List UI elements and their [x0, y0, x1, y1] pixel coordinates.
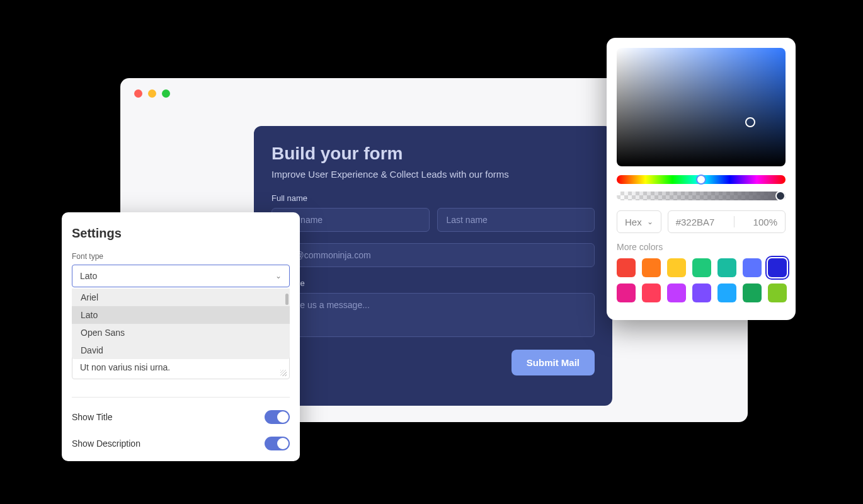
hex-input[interactable]: #322BA7 100%: [668, 210, 786, 233]
show-description-label: Show Description: [72, 438, 140, 449]
show-title-label: Show Title: [72, 412, 113, 422]
alpha-handle[interactable]: [775, 191, 786, 201]
color-picker-panel: Hex ⌄ #322BA7 100% More colors: [607, 38, 796, 320]
font-dropdown: Ariel Lato Open Sans David: [72, 289, 290, 359]
form-title: Build your form: [271, 144, 595, 164]
form-builder-preview: Build your form Improve User Experience …: [254, 126, 612, 406]
divider: [734, 216, 734, 227]
color-swatch[interactable]: [617, 258, 636, 277]
fullname-label: Full name: [271, 193, 595, 203]
color-swatch[interactable]: [768, 258, 787, 277]
color-swatch[interactable]: [642, 284, 661, 302]
color-swatch[interactable]: [717, 258, 736, 277]
alpha-slider[interactable]: [617, 192, 786, 200]
color-format-select[interactable]: Hex ⌄: [617, 210, 661, 233]
color-swatch[interactable]: [743, 284, 762, 302]
font-option-opensans[interactable]: Open Sans: [72, 324, 290, 341]
minimize-window-button[interactable]: [148, 89, 156, 98]
color-swatch[interactable]: [692, 284, 711, 302]
opacity-value: 100%: [753, 217, 777, 227]
color-swatch[interactable]: [667, 258, 686, 277]
message-textarea[interactable]: [271, 293, 595, 337]
more-colors-label: More colors: [617, 242, 786, 252]
color-swatch[interactable]: [642, 258, 661, 277]
divider: [72, 397, 290, 398]
color-swatch[interactable]: [667, 284, 686, 302]
color-swatch[interactable]: [743, 258, 762, 277]
hue-slider[interactable]: [617, 175, 786, 184]
color-swatch[interactable]: [692, 258, 711, 277]
font-select[interactable]: Lato ⌄: [72, 265, 290, 287]
submit-button[interactable]: Submit Mail: [512, 350, 595, 375]
font-select-value: Lato: [80, 271, 97, 281]
settings-panel: Settings Font type Lato ⌄ Ariel Lato Ope…: [62, 212, 300, 461]
hue-handle[interactable]: [696, 175, 706, 185]
font-type-label: Font type: [72, 252, 290, 261]
form-subtitle: Improve User Experience & Collect Leads …: [271, 169, 595, 180]
color-swatch[interactable]: [617, 284, 636, 302]
color-swatch[interactable]: [768, 284, 787, 302]
dropdown-scrollbar[interactable]: [285, 294, 289, 305]
maximize-window-button[interactable]: [162, 89, 170, 98]
color-swatch[interactable]: [717, 284, 736, 302]
last-name-input[interactable]: [437, 208, 595, 232]
email-input[interactable]: [271, 243, 595, 267]
show-description-toggle[interactable]: [265, 437, 290, 450]
font-option-ariel[interactable]: Ariel: [72, 289, 290, 306]
message-label: Message: [271, 278, 595, 288]
show-title-toggle[interactable]: [265, 410, 290, 424]
color-cursor[interactable]: [745, 117, 755, 127]
saturation-value-area[interactable]: [617, 48, 786, 166]
hex-value: #322BA7: [676, 217, 715, 227]
settings-title: Settings: [72, 226, 290, 241]
font-option-lato[interactable]: Lato: [72, 306, 290, 324]
chevron-down-icon: ⌄: [647, 217, 653, 226]
font-option-david[interactable]: David: [72, 341, 290, 359]
chevron-down-icon: ⌄: [275, 272, 282, 280]
swatch-grid: [617, 258, 786, 302]
color-format-value: Hex: [625, 217, 642, 227]
close-window-button[interactable]: [134, 89, 142, 98]
